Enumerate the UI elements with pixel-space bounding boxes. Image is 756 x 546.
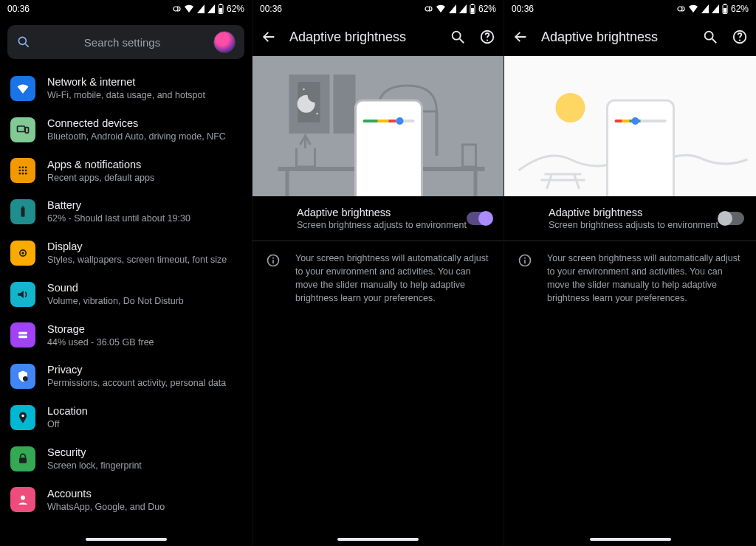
- svg-point-10: [19, 170, 21, 172]
- svg-point-32: [487, 39, 488, 41]
- storage-icon: [10, 322, 35, 348]
- svg-rect-56: [724, 8, 726, 13]
- link-icon: [675, 5, 685, 13]
- svg-point-60: [739, 39, 740, 41]
- back-button[interactable]: [260, 28, 278, 46]
- search-button[interactable]: [701, 28, 719, 46]
- link-icon: [171, 5, 181, 13]
- settings-main-panel: 00:36 62% Search settings Network & inte…: [0, 0, 252, 546]
- illustration-dark-room: [252, 56, 504, 196]
- devices-icon: [10, 117, 35, 142]
- settings-item-storage[interactable]: Storage44% used - 36.05 GB free: [0, 315, 252, 356]
- svg-point-7: [19, 167, 21, 169]
- battery-icon: [218, 4, 224, 14]
- signal-icon-1: [449, 4, 456, 13]
- svg-rect-28: [471, 8, 474, 13]
- search-settings-bar[interactable]: Search settings: [7, 25, 244, 59]
- privacy-icon: [10, 364, 35, 389]
- search-placeholder: Search settings: [38, 36, 206, 49]
- setting-title: Adaptive brightness: [549, 207, 719, 218]
- adaptive-brightness-panel-on: 00:36 62% Adaptive brightness: [252, 0, 504, 546]
- status-bar: 00:36 62%: [504, 0, 756, 18]
- status-bar: 00:36 62%: [0, 0, 252, 18]
- svg-point-13: [19, 173, 21, 175]
- svg-rect-67: [608, 100, 674, 196]
- link-icon: [422, 5, 433, 13]
- svg-point-75: [524, 258, 526, 259]
- svg-line-58: [712, 39, 717, 44]
- svg-rect-27: [471, 4, 473, 5]
- status-battery-text: 62%: [227, 4, 244, 14]
- wifi-icon: [688, 4, 698, 13]
- adaptive-brightness-setting[interactable]: Adaptive brightness Screen brightness ad…: [504, 196, 756, 241]
- wifi-icon: [10, 76, 35, 101]
- svg-rect-52: [272, 260, 274, 263]
- info-block: Your screen brightness will automaticall…: [252, 241, 504, 316]
- settings-item-security[interactable]: SecurityScreen lock, fingerprint: [0, 438, 252, 480]
- svg-rect-43: [474, 171, 478, 196]
- settings-item-location[interactable]: LocationOff: [0, 397, 252, 438]
- signal-icon-1: [701, 4, 709, 13]
- svg-rect-6: [25, 127, 28, 133]
- svg-point-23: [21, 415, 24, 417]
- display-icon: [10, 241, 35, 266]
- nav-gesture-bar[interactable]: [504, 533, 756, 546]
- settings-item-sound[interactable]: SoundVolume, vibration, Do Not Disturb: [0, 274, 252, 315]
- signal-icon-2: [207, 4, 215, 13]
- svg-rect-1: [219, 4, 221, 5]
- svg-rect-17: [22, 207, 24, 208]
- svg-rect-20: [18, 332, 27, 334]
- svg-point-8: [22, 167, 24, 169]
- status-time: 00:36: [512, 4, 534, 14]
- help-button[interactable]: [731, 28, 749, 46]
- svg-rect-40: [436, 111, 439, 156]
- svg-rect-24: [19, 457, 27, 463]
- settings-item-connected[interactable]: Connected devicesBluetooth, Android Auto…: [0, 109, 252, 151]
- svg-point-72: [632, 117, 639, 125]
- info-text: Your screen brightness will automaticall…: [295, 252, 492, 305]
- setting-title: Adaptive brightness: [297, 207, 467, 218]
- help-button[interactable]: [478, 28, 496, 46]
- adaptive-brightness-setting[interactable]: Adaptive brightness Screen brightness ad…: [252, 196, 504, 241]
- profile-avatar[interactable]: [213, 31, 236, 53]
- svg-point-12: [25, 170, 27, 172]
- page-title: Adaptive brightness: [541, 30, 690, 45]
- svg-rect-49: [389, 120, 396, 122]
- svg-point-9: [25, 167, 27, 169]
- svg-point-11: [22, 170, 24, 172]
- security-icon: [10, 446, 35, 471]
- search-icon: [16, 35, 31, 49]
- accounts-icon: [10, 487, 35, 512]
- signal-icon-1: [197, 4, 205, 13]
- settings-item-apps[interactable]: Apps & notificationsRecent apps, default…: [0, 151, 252, 192]
- page-header: Adaptive brightness: [252, 18, 504, 56]
- settings-item-network[interactable]: Network & internetWi-Fi, mobile, data us…: [0, 68, 252, 109]
- wifi-icon: [436, 4, 446, 13]
- back-button[interactable]: [512, 28, 529, 46]
- info-text: Your screen brightness will automaticall…: [547, 252, 744, 305]
- adaptive-brightness-toggle[interactable]: [719, 212, 744, 225]
- settings-item-display[interactable]: DisplayStyles, wallpapers, screen timeou…: [0, 232, 252, 274]
- status-time: 00:36: [7, 4, 30, 14]
- nav-gesture-bar[interactable]: [0, 533, 252, 546]
- svg-point-53: [272, 258, 274, 259]
- svg-point-62: [556, 93, 585, 122]
- svg-rect-45: [356, 100, 422, 196]
- info-icon: [516, 252, 534, 305]
- nav-gesture-bar[interactable]: [252, 533, 504, 546]
- settings-item-privacy[interactable]: PrivacyPermissions, account activity, pe…: [0, 356, 252, 397]
- svg-line-4: [26, 44, 29, 47]
- status-bar: 00:36 62%: [252, 0, 504, 18]
- svg-line-30: [460, 39, 464, 44]
- svg-point-25: [21, 496, 25, 500]
- settings-item-accounts[interactable]: AccountsWhatsApp, Google, and Duo: [0, 480, 252, 521]
- status-time: 00:36: [260, 4, 282, 14]
- adaptive-brightness-panel-off: 00:36 62% Adaptive brightness: [504, 0, 756, 546]
- signal-icon-2: [712, 4, 719, 13]
- settings-item-battery[interactable]: Battery62% - Should last until about 19:…: [0, 191, 252, 232]
- adaptive-brightness-toggle[interactable]: [467, 212, 492, 225]
- svg-point-38: [316, 113, 317, 114]
- svg-rect-55: [724, 4, 726, 5]
- svg-rect-74: [524, 260, 526, 263]
- search-button[interactable]: [449, 28, 467, 46]
